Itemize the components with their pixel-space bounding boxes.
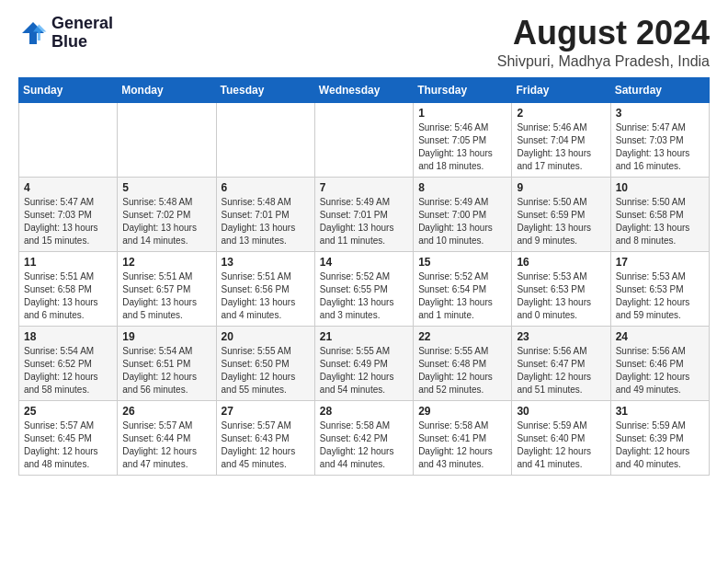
calendar-cell: 30Sunrise: 5:59 AM Sunset: 6:40 PM Dayli… [512,400,610,475]
day-number: 13 [222,256,310,269]
calendar-cell: 7Sunrise: 5:49 AM Sunset: 7:01 PM Daylig… [314,177,413,251]
calendar-cell [314,102,413,177]
header-sunday: Sunday [19,77,118,102]
day-number: 2 [517,107,605,120]
day-info: Sunrise: 5:49 AM Sunset: 7:00 PM Dayligh… [418,196,506,247]
day-number: 26 [122,405,210,418]
header-wednesday: Wednesday [314,77,413,102]
day-info: Sunrise: 5:59 AM Sunset: 6:39 PM Dayligh… [616,419,704,471]
logo-text: General Blue [51,15,113,52]
day-number: 25 [24,405,112,418]
title-block: August 2024 Shivpuri, Madhya Pradesh, In… [497,15,710,70]
calendar-cell [118,102,216,177]
calendar-header-row: SundayMondayTuesdayWednesdayThursdayFrid… [19,77,710,102]
calendar-cell: 8Sunrise: 5:49 AM Sunset: 7:00 PM Daylig… [414,177,512,251]
day-number: 4 [24,181,112,194]
calendar-cell: 15Sunrise: 5:52 AM Sunset: 6:54 PM Dayli… [414,251,512,326]
header-tuesday: Tuesday [216,77,314,102]
day-info: Sunrise: 5:46 AM Sunset: 7:05 PM Dayligh… [418,121,506,173]
day-number: 18 [24,330,112,343]
day-info: Sunrise: 5:55 AM Sunset: 6:49 PM Dayligh… [320,345,408,396]
calendar-cell: 17Sunrise: 5:53 AM Sunset: 6:53 PM Dayli… [610,251,709,326]
day-info: Sunrise: 5:52 AM Sunset: 6:55 PM Dayligh… [320,270,408,322]
calendar-cell: 19Sunrise: 5:54 AM Sunset: 6:51 PM Dayli… [118,326,216,400]
logo: General Blue [18,15,113,52]
calendar-cell: 3Sunrise: 5:47 AM Sunset: 7:03 PM Daylig… [610,102,709,177]
day-number: 14 [320,256,408,269]
day-number: 1 [418,107,506,120]
day-info: Sunrise: 5:55 AM Sunset: 6:48 PM Dayligh… [418,345,506,396]
calendar-week-row: 1Sunrise: 5:46 AM Sunset: 7:05 PM Daylig… [19,102,710,177]
calendar-cell: 26Sunrise: 5:57 AM Sunset: 6:44 PM Dayli… [118,400,216,475]
day-info: Sunrise: 5:51 AM Sunset: 6:56 PM Dayligh… [222,270,310,322]
day-number: 3 [616,107,704,120]
calendar-cell: 23Sunrise: 5:56 AM Sunset: 6:47 PM Dayli… [512,326,610,400]
day-info: Sunrise: 5:54 AM Sunset: 6:51 PM Dayligh… [122,345,210,396]
calendar-table: SundayMondayTuesdayWednesdayThursdayFrid… [18,77,710,476]
day-info: Sunrise: 5:57 AM Sunset: 6:44 PM Dayligh… [122,419,210,471]
day-number: 27 [222,405,310,418]
calendar-cell: 9Sunrise: 5:50 AM Sunset: 6:59 PM Daylig… [512,177,610,251]
calendar-cell: 29Sunrise: 5:58 AM Sunset: 6:41 PM Dayli… [414,400,512,475]
day-info: Sunrise: 5:56 AM Sunset: 6:47 PM Dayligh… [517,345,605,396]
day-number: 28 [320,405,408,418]
day-info: Sunrise: 5:57 AM Sunset: 6:45 PM Dayligh… [24,419,112,471]
calendar-cell: 5Sunrise: 5:48 AM Sunset: 7:02 PM Daylig… [118,177,216,251]
day-number: 11 [24,256,112,269]
day-number: 31 [616,405,704,418]
day-number: 22 [418,330,506,343]
month-year: August 2024 [497,15,710,52]
day-info: Sunrise: 5:53 AM Sunset: 6:53 PM Dayligh… [616,270,704,322]
header-friday: Friday [512,77,610,102]
day-number: 23 [517,330,605,343]
header-thursday: Thursday [414,77,512,102]
day-info: Sunrise: 5:58 AM Sunset: 6:41 PM Dayligh… [418,419,506,471]
day-number: 12 [122,256,210,269]
calendar-cell: 14Sunrise: 5:52 AM Sunset: 6:55 PM Dayli… [314,251,413,326]
day-info: Sunrise: 5:49 AM Sunset: 7:01 PM Dayligh… [320,196,408,247]
calendar-cell: 20Sunrise: 5:55 AM Sunset: 6:50 PM Dayli… [216,326,314,400]
calendar-cell: 16Sunrise: 5:53 AM Sunset: 6:53 PM Dayli… [512,251,610,326]
day-number: 24 [616,330,704,343]
day-info: Sunrise: 5:54 AM Sunset: 6:52 PM Dayligh… [24,345,112,396]
calendar-cell: 2Sunrise: 5:46 AM Sunset: 7:04 PM Daylig… [512,102,610,177]
day-number: 6 [222,181,310,194]
day-info: Sunrise: 5:58 AM Sunset: 6:42 PM Dayligh… [320,419,408,471]
calendar-cell [19,102,118,177]
day-info: Sunrise: 5:52 AM Sunset: 6:54 PM Dayligh… [418,270,506,322]
day-info: Sunrise: 5:47 AM Sunset: 7:03 PM Dayligh… [616,121,704,173]
logo-icon [18,18,48,48]
calendar-cell: 18Sunrise: 5:54 AM Sunset: 6:52 PM Dayli… [19,326,118,400]
calendar-cell: 25Sunrise: 5:57 AM Sunset: 6:45 PM Dayli… [19,400,118,475]
day-info: Sunrise: 5:59 AM Sunset: 6:40 PM Dayligh… [517,419,605,471]
calendar-cell: 21Sunrise: 5:55 AM Sunset: 6:49 PM Dayli… [314,326,413,400]
calendar-cell: 22Sunrise: 5:55 AM Sunset: 6:48 PM Dayli… [414,326,512,400]
day-number: 30 [517,405,605,418]
day-number: 8 [418,181,506,194]
day-number: 21 [320,330,408,343]
day-number: 9 [517,181,605,194]
day-info: Sunrise: 5:51 AM Sunset: 6:57 PM Dayligh… [122,270,210,322]
day-number: 15 [418,256,506,269]
calendar-cell: 1Sunrise: 5:46 AM Sunset: 7:05 PM Daylig… [414,102,512,177]
day-info: Sunrise: 5:55 AM Sunset: 6:50 PM Dayligh… [222,345,310,396]
day-info: Sunrise: 5:50 AM Sunset: 6:58 PM Dayligh… [616,196,704,247]
day-number: 29 [418,405,506,418]
calendar-week-row: 4Sunrise: 5:47 AM Sunset: 7:03 PM Daylig… [19,177,710,251]
calendar-cell: 31Sunrise: 5:59 AM Sunset: 6:39 PM Dayli… [610,400,709,475]
day-info: Sunrise: 5:57 AM Sunset: 6:43 PM Dayligh… [222,419,310,471]
calendar-cell: 11Sunrise: 5:51 AM Sunset: 6:58 PM Dayli… [19,251,118,326]
day-info: Sunrise: 5:48 AM Sunset: 7:01 PM Dayligh… [222,196,310,247]
calendar-cell: 10Sunrise: 5:50 AM Sunset: 6:58 PM Dayli… [610,177,709,251]
day-info: Sunrise: 5:51 AM Sunset: 6:58 PM Dayligh… [24,270,112,322]
header-saturday: Saturday [610,77,709,102]
calendar-week-row: 25Sunrise: 5:57 AM Sunset: 6:45 PM Dayli… [19,400,710,475]
day-info: Sunrise: 5:46 AM Sunset: 7:04 PM Dayligh… [517,121,605,173]
calendar-cell: 28Sunrise: 5:58 AM Sunset: 6:42 PM Dayli… [314,400,413,475]
calendar-cell: 12Sunrise: 5:51 AM Sunset: 6:57 PM Dayli… [118,251,216,326]
calendar-week-row: 11Sunrise: 5:51 AM Sunset: 6:58 PM Dayli… [19,251,710,326]
calendar-cell: 4Sunrise: 5:47 AM Sunset: 7:03 PM Daylig… [19,177,118,251]
calendar-cell [216,102,314,177]
calendar-cell: 27Sunrise: 5:57 AM Sunset: 6:43 PM Dayli… [216,400,314,475]
day-number: 7 [320,181,408,194]
